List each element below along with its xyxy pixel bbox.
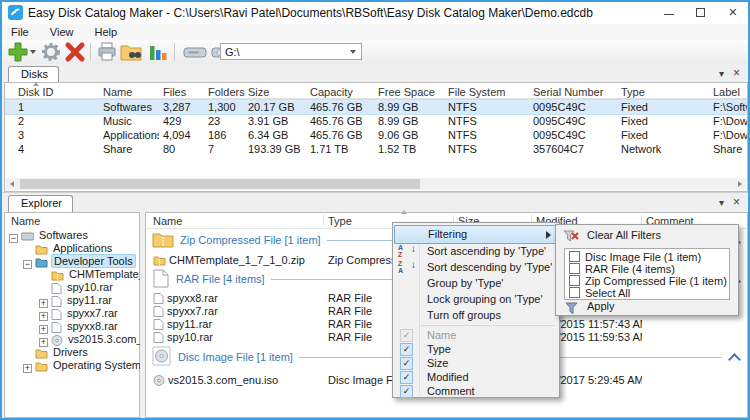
file-icon bbox=[153, 293, 164, 304]
scroll-left-icon[interactable] bbox=[10, 181, 14, 187]
window-title: Easy Disk Catalog Maker - C:\Users\Ravi … bbox=[28, 6, 593, 20]
column-header-name[interactable]: Name bbox=[153, 214, 323, 228]
cell-name: Music bbox=[103, 114, 159, 128]
checkbox-icon[interactable] bbox=[569, 287, 580, 298]
toolbar-separator bbox=[174, 43, 175, 61]
chevron-down-icon[interactable] bbox=[350, 50, 356, 54]
scrollbar-thumb[interactable] bbox=[20, 179, 420, 189]
file-name: CHMTemplate_1_7_1_0.zip bbox=[169, 254, 305, 266]
collapse-icon[interactable] bbox=[23, 260, 32, 269]
menu-toggle-type[interactable]: Type bbox=[394, 342, 558, 356]
toolbar-separator bbox=[90, 43, 91, 61]
table-row[interactable]: 2 Music 429 23 3.91 GB 465.76 GB 8.99 GB… bbox=[5, 114, 747, 128]
close-button[interactable]: × bbox=[718, 2, 748, 24]
column-header-files[interactable]: Files bbox=[163, 85, 205, 99]
clear-filter-icon bbox=[563, 230, 579, 242]
add-disk-button[interactable] bbox=[7, 41, 29, 63]
tree-item-operating-systems[interactable]: Operating Systems bbox=[23, 361, 149, 374]
menu-file[interactable]: File bbox=[2, 24, 38, 40]
search-files-button[interactable] bbox=[120, 41, 144, 63]
menu-item-lock-grouping[interactable]: Lock grouping on 'Type' bbox=[394, 291, 558, 307]
table-row[interactable]: 3 Applications 4,094 186 6.34 GB 465.76 … bbox=[5, 128, 747, 142]
cell-disk-id: 1 bbox=[18, 100, 98, 114]
file-name: spy10.rar bbox=[167, 331, 213, 343]
menu-toggle-modified[interactable]: Modified bbox=[394, 370, 558, 384]
filtering-submenu: Clear All Filters Disc Image File (1 ite… bbox=[555, 224, 739, 316]
file-name: spyxx8.rar bbox=[167, 292, 218, 304]
print-button[interactable] bbox=[96, 41, 118, 63]
minimize-button[interactable] bbox=[654, 2, 684, 24]
column-header-label[interactable]: Label bbox=[713, 85, 747, 99]
menu-toggle-comment[interactable]: Comment bbox=[394, 384, 558, 398]
expand-icon[interactable] bbox=[39, 338, 48, 347]
menu-item-apply-filter[interactable]: Apply bbox=[557, 298, 737, 315]
folder-icon bbox=[35, 244, 48, 258]
print-icon bbox=[96, 41, 118, 63]
panel-dropdown-icon[interactable]: ▾ bbox=[719, 68, 724, 79]
disks-table-header: Disk ID Name Files Folders Size Capacity… bbox=[5, 83, 747, 99]
expand-icon[interactable] bbox=[39, 312, 48, 321]
tree-column-header[interactable]: Name bbox=[11, 215, 40, 227]
cell-serial-number: 357604C7 bbox=[533, 142, 619, 156]
panel-close-icon[interactable]: × bbox=[733, 197, 740, 207]
disc-icon bbox=[153, 375, 165, 386]
menu-help[interactable]: Help bbox=[86, 24, 127, 40]
expand-icon[interactable] bbox=[39, 299, 48, 308]
column-header-file-system[interactable]: File System bbox=[448, 85, 530, 99]
menu-item-clear-all-filters[interactable]: Clear All Filters bbox=[557, 227, 737, 244]
file-name: vs2015.3.com_enu.iso bbox=[168, 374, 278, 386]
search-folder-icon bbox=[120, 41, 144, 63]
cell-file-system: NTFS bbox=[448, 142, 530, 156]
checkbox-icon[interactable] bbox=[569, 263, 580, 274]
column-header-capacity[interactable]: Capacity bbox=[310, 85, 374, 99]
drive-select-combobox[interactable]: G:\ bbox=[220, 43, 362, 60]
catalog-drive-button[interactable] bbox=[182, 41, 208, 63]
column-header-free-space[interactable]: Free Space bbox=[378, 85, 444, 99]
expand-icon[interactable] bbox=[23, 364, 32, 373]
column-header-folders[interactable]: Folders bbox=[208, 85, 246, 99]
maximize-button[interactable] bbox=[686, 2, 716, 24]
zip-icon bbox=[153, 255, 166, 266]
column-header-serial-number[interactable]: Serial Number bbox=[533, 85, 619, 99]
collapse-icon[interactable] bbox=[9, 234, 18, 243]
file-icon bbox=[153, 306, 164, 317]
tab-explorer[interactable]: Explorer bbox=[8, 195, 73, 213]
collapse-group-icon[interactable] bbox=[728, 353, 741, 366]
expand-icon[interactable] bbox=[39, 325, 48, 334]
file-icon bbox=[153, 332, 164, 343]
delete-button[interactable] bbox=[64, 41, 86, 63]
zip-group-icon bbox=[152, 230, 174, 250]
menu-item-sort-ascending[interactable]: AZ↓Sort ascending by 'Type' bbox=[394, 243, 558, 259]
add-disk-icon bbox=[7, 41, 29, 63]
cell-folders: 23 bbox=[208, 114, 246, 128]
settings-button[interactable] bbox=[40, 41, 62, 63]
column-header-type[interactable]: Type bbox=[621, 85, 709, 99]
checkbox-icon[interactable] bbox=[569, 275, 580, 286]
statistics-button[interactable] bbox=[148, 41, 168, 63]
table-row[interactable]: 4 Share 80 7 193.39 GB 1.71 TB 1.52 TB N… bbox=[5, 142, 747, 156]
disc-group-icon bbox=[152, 346, 172, 368]
menu-item-sort-descending[interactable]: ZA↓Sort descending by 'Type' bbox=[394, 259, 558, 275]
submenu-arrow-icon bbox=[546, 231, 551, 239]
add-disk-dropdown-icon[interactable] bbox=[30, 50, 36, 54]
menu-view[interactable]: View bbox=[41, 24, 83, 40]
delete-x-icon bbox=[64, 41, 86, 63]
cell-folders: 1,300 bbox=[208, 100, 246, 114]
scroll-right-icon[interactable] bbox=[738, 181, 742, 187]
column-header-disk-id[interactable]: Disk ID bbox=[18, 85, 98, 99]
menu-item-filtering[interactable]: Filtering bbox=[394, 225, 558, 244]
title-bar: Easy Disk Catalog Maker - C:\Users\Ravi … bbox=[2, 2, 748, 24]
menu-item-group-by[interactable]: Group by 'Type' bbox=[394, 275, 558, 291]
panel-dropdown-icon[interactable]: ▾ bbox=[719, 197, 724, 208]
cell-free-space: 9.06 GB bbox=[378, 128, 444, 142]
file-name: spyxx7.rar bbox=[167, 305, 218, 317]
table-row[interactable]: 1 Softwares 3,287 1,300 20.17 GB 465.76 … bbox=[5, 99, 747, 115]
checkbox-icon[interactable] bbox=[569, 251, 580, 262]
cell-file-system: NTFS bbox=[448, 114, 530, 128]
menu-item-turn-off-groups[interactable]: Turn off groups bbox=[394, 307, 558, 323]
horizontal-scrollbar[interactable] bbox=[6, 178, 746, 190]
column-header-name[interactable]: Name bbox=[103, 85, 159, 99]
column-header-size[interactable]: Size bbox=[248, 85, 308, 99]
menu-toggle-size[interactable]: Size bbox=[394, 356, 558, 370]
panel-close-icon[interactable]: × bbox=[733, 68, 740, 78]
